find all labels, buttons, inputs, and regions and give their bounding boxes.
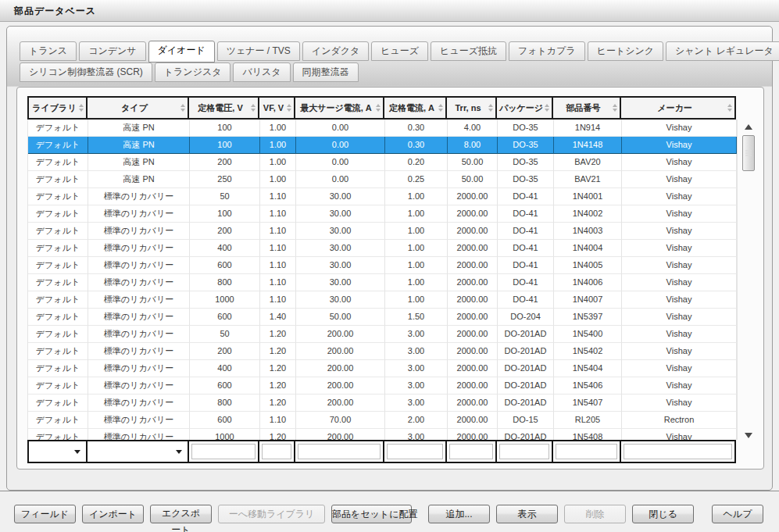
table-cell: 30.00: [296, 188, 385, 205]
filter-input[interactable]: [556, 444, 617, 459]
table-row[interactable]: デフォルト標準のリカバリー1001.1030.001.002000.00DO-4…: [28, 205, 737, 223]
table-cell: 2000.00: [448, 326, 498, 343]
table-row[interactable]: デフォルト高速 PN2501.000.000.2550.00DO-35BAV21…: [28, 171, 737, 188]
table-row[interactable]: デフォルト標準のリカバリー2001.1030.001.002000.00DO-4…: [28, 223, 737, 240]
scroll-up-icon[interactable]: [745, 124, 752, 130]
table-cell: 1N4001: [554, 188, 622, 205]
table-row[interactable]: デフォルト標準のリカバリー6001.1070.002.002000.00DO-1…: [28, 412, 737, 429]
column-header[interactable]: VF, V: [258, 96, 295, 120]
fields-button[interactable]: フィールド: [14, 505, 76, 523]
table-cell: 600: [190, 257, 260, 274]
table-cell: 200.00: [296, 395, 385, 412]
place-part-button[interactable]: 部品をセットに配置: [331, 505, 412, 523]
table-row[interactable]: デフォルト標準のリカバリー10001.20200.003.002000.00DO…: [28, 429, 737, 440]
filter-input[interactable]: [449, 444, 493, 459]
table-row[interactable]: デフォルト標準のリカバリー6001.20200.003.002000.00DO-…: [28, 377, 737, 395]
tab-コンデンサ[interactable]: コンデンサ: [79, 41, 145, 61]
table-cell: 3.00: [385, 360, 448, 377]
column-header[interactable]: ライブラリ: [27, 96, 88, 120]
table-row[interactable]: デフォルト標準のリカバリー2001.20200.003.002000.00DO-…: [28, 343, 737, 360]
filter-input[interactable]: [387, 444, 443, 459]
table-cell: 0.30: [385, 120, 448, 137]
column-header[interactable]: パッケージ: [495, 96, 553, 120]
filter-cell: [258, 440, 295, 463]
tab-インダクタ[interactable]: インダクタ: [302, 41, 369, 61]
column-header[interactable]: 定格電流, A: [383, 96, 447, 120]
help-button[interactable]: ヘルプ: [712, 505, 763, 523]
tab-シャント レギュレータ[interactable]: シャント レギュレータ: [666, 41, 779, 61]
filter-combo[interactable]: [90, 444, 185, 459]
filter-input[interactable]: [191, 444, 255, 459]
import-button[interactable]: インポート: [82, 505, 144, 523]
table-cell: デフォルト: [28, 223, 88, 240]
filter-cell: [383, 440, 447, 463]
table-cell: DO-35: [498, 137, 554, 154]
sort-arrows-icon: [488, 103, 493, 112]
tab-ヒューズ抵抗[interactable]: ヒューズ抵抗: [431, 41, 506, 61]
column-header[interactable]: タイプ: [86, 96, 189, 120]
tab-ツェナー / TVS[interactable]: ツェナー / TVS: [217, 41, 300, 61]
filter-input[interactable]: [298, 444, 381, 459]
table-cell: 200.00: [296, 343, 385, 360]
add-button[interactable]: 追加...: [428, 505, 490, 523]
column-header-label: VF, V: [263, 103, 284, 112]
tab-シリコン制御整流器 (SCR)[interactable]: シリコン制御整流器 (SCR): [20, 62, 152, 82]
table-cell: Vishay: [622, 274, 737, 291]
table-cell: 標準のリカバリー: [88, 223, 190, 240]
column-header[interactable]: メーカー: [620, 96, 736, 120]
scroll-down-icon[interactable]: [745, 433, 752, 438]
table-row[interactable]: デフォルト標準のリカバリー4001.20200.003.002000.00DO-…: [28, 360, 737, 377]
vertical-scrollbar[interactable]: [742, 123, 755, 440]
tab-フォトカプラ[interactable]: フォトカプラ: [509, 41, 585, 61]
tab-トランジスタ[interactable]: トランジスタ: [155, 62, 231, 82]
table-cell: RL205: [554, 412, 622, 429]
column-header[interactable]: 最大サージ電流, A: [294, 96, 384, 120]
column-header[interactable]: Trr, ns: [445, 96, 497, 120]
filter-combo[interactable]: [31, 444, 84, 459]
tab-ヒートシンク[interactable]: ヒートシンク: [588, 41, 663, 61]
tab-バリスタ[interactable]: バリスタ: [233, 62, 290, 82]
column-header[interactable]: 定格電圧, V: [188, 96, 259, 120]
show-button[interactable]: 表示: [496, 505, 558, 523]
table-cell: Vishay: [622, 223, 737, 240]
column-header[interactable]: 部品番号: [552, 96, 621, 120]
table-cell: 1N5400: [554, 326, 622, 343]
tab-トランス[interactable]: トランス: [20, 41, 77, 61]
table-cell: 2000.00: [448, 412, 498, 429]
close-button[interactable]: 閉じる: [632, 505, 694, 523]
table-row[interactable]: デフォルト標準のリカバリー501.1030.001.002000.00DO-41…: [28, 188, 737, 205]
filter-input[interactable]: [499, 444, 549, 459]
filter-input[interactable]: [624, 444, 732, 459]
table-row[interactable]: デフォルト標準のリカバリー6001.4050.001.502000.00DO-2…: [28, 309, 737, 326]
table-cell: 3.00: [385, 429, 448, 440]
table-cell: 2000.00: [448, 291, 498, 309]
table-cell: 1.00: [260, 154, 296, 171]
table-cell: 標準のリカバリー: [88, 395, 190, 412]
table-header-row: ライブラリタイプ定格電圧, VVF, V最大サージ電流, A定格電流, ATrr…: [27, 96, 738, 120]
tab-ヒューズ[interactable]: ヒューズ: [371, 41, 428, 61]
table-cell: 600: [190, 309, 260, 326]
table-cell: 200.00: [296, 360, 385, 377]
table-cell: 1.20: [260, 326, 296, 343]
tab-同期整流器[interactable]: 同期整流器: [293, 62, 359, 82]
table-row[interactable]: デフォルト高速 PN2001.000.000.2050.00DO-35BAV20…: [28, 154, 737, 171]
filter-input[interactable]: [262, 444, 291, 459]
table-cell: 2000.00: [448, 205, 498, 223]
export-button[interactable]: エクスポート: [150, 505, 212, 523]
table-row[interactable]: デフォルト標準のリカバリー501.20200.003.002000.00DO-2…: [28, 326, 737, 343]
table-row[interactable]: デフォルト標準のリカバリー4001.1030.001.002000.00DO-4…: [28, 240, 737, 257]
tab-ダイオード[interactable]: ダイオード: [148, 41, 215, 62]
table-row[interactable]: デフォルト標準のリカバリー6001.1030.001.002000.00DO-4…: [28, 257, 737, 274]
table-row[interactable]: デフォルト標準のリカバリー10001.1030.001.002000.00DO-…: [28, 291, 737, 309]
scrollbar-thumb[interactable]: [742, 135, 755, 171]
table-cell: 1N5397: [554, 309, 622, 326]
table-cell: 2000.00: [448, 274, 498, 291]
table-row[interactable]: デフォルト標準のリカバリー8001.1030.001.002000.00DO-4…: [28, 274, 737, 291]
table-cell: 30.00: [296, 240, 385, 257]
table-cell: 0.00: [296, 120, 385, 137]
table-row[interactable]: デフォルト高速 PN1001.000.000.304.00DO-351N914V…: [28, 120, 737, 137]
table-row[interactable]: デフォルト標準のリカバリー8001.20200.003.002000.00DO-…: [28, 395, 737, 412]
table-row[interactable]: デフォルト高速 PN1001.000.000.308.00DO-351N4148…: [28, 137, 737, 154]
filter-cell: [495, 440, 553, 463]
table-cell: Vishay: [622, 360, 737, 377]
